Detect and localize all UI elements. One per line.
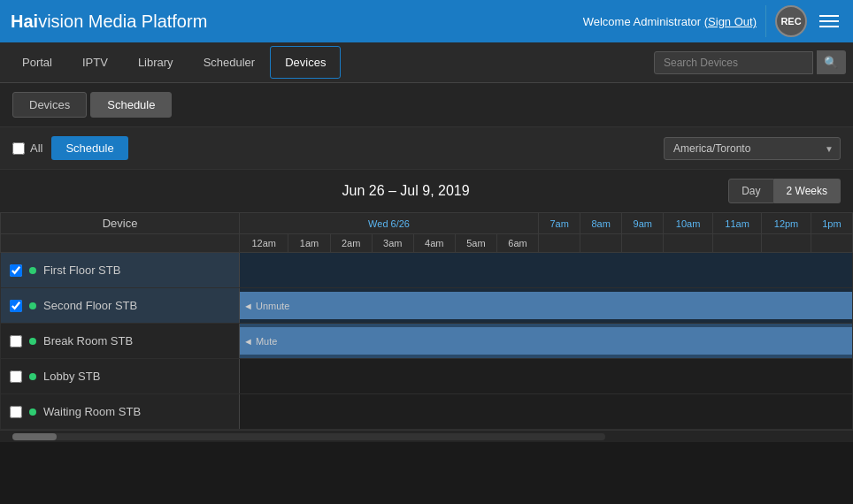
device-cell-waiting-room: Waiting Room STB [1,394,240,430]
col-10am [664,234,712,253]
main-nav: Portal IPTV Library Scheduler Devices 🔍 [0,42,853,83]
scroll-track[interactable] [12,433,605,440]
col-7am [539,234,580,253]
time-cells-second-floor: ◄ Unmute [240,288,853,324]
grid-body: First Floor STB Second Floor STB [1,253,853,430]
header-left: Haivision Media Platform [11,11,207,32]
nav-items: Portal IPTV Library Scheduler Devices [7,46,654,79]
device-checkbox-first-floor[interactable] [10,264,22,277]
view-day-button[interactable]: Day [728,179,773,203]
table-row: Lobby STB [1,359,853,394]
status-dot-waiting-room [29,409,36,416]
col-3am: 3am [372,234,413,253]
table-row: Waiting Room STB [1,394,853,430]
welcome-text: Welcome Administrator (Sign Out) [583,15,757,28]
col-5am: 5am [455,234,496,253]
rec-button[interactable]: REC [775,5,807,37]
nav-item-iptv[interactable]: IPTV [67,46,123,79]
select-all-area: All [12,141,42,155]
device-cell-lobby: Lobby STB [1,359,240,394]
device-name-waiting-room: Waiting Room STB [43,405,141,418]
device-checkbox-second-floor[interactable] [10,300,22,312]
grid-header: Device Wed 6/26 7am 8am 9am 10am 11am 12… [1,213,853,253]
time-11am: 11am [712,213,761,234]
schedule-table: Device Wed 6/26 7am 8am 9am 10am 11am 12… [0,212,853,430]
col-11am [712,234,761,253]
status-dot-second-floor [29,302,36,309]
scroll-thumb[interactable] [12,433,57,440]
col-12am: 12am [240,234,288,253]
device-name-lobby: Lobby STB [43,370,100,383]
col-1am: 1am [288,234,330,253]
time-10am: 10am [664,213,712,234]
view-toggle: Day 2 Weeks [728,179,841,203]
header: Haivision Media Platform Welcome Adminis… [0,0,853,42]
device-col-header: Device [1,213,240,234]
time-cells-waiting-room [240,394,853,430]
event-mute[interactable]: ◄ Mute [240,327,852,355]
timezone-select[interactable]: America/Toronto America/New_York America… [664,137,841,160]
table-row: First Floor STB [1,253,853,288]
device-cell-second-floor: Second Floor STB [1,288,240,324]
time-cells-first-floor [240,253,853,288]
all-label: All [30,141,42,155]
schedule-button[interactable]: Schedule [51,136,127,160]
col-1pm [811,234,852,253]
col-4am: 4am [413,234,455,253]
toolbar: All Schedule America/Toronto America/New… [0,127,853,170]
device-cell-first-floor: First Floor STB [1,253,240,288]
view-2weeks-button[interactable]: 2 Weeks [774,179,841,203]
date-range: Jun 26 – Jul 9, 2019 [83,183,728,199]
device-name-break-room: Break Room STB [43,334,133,347]
device-cell-break-room: Break Room STB [1,324,240,359]
col-2am: 2am [330,234,372,253]
status-dot-lobby [29,373,36,380]
time-1pm: 1pm [811,213,852,234]
nav-item-portal[interactable]: Portal [7,46,67,79]
device-checkbox-break-room[interactable] [10,335,22,347]
time-12pm: 12pm [762,213,811,234]
device-checkbox-waiting-room[interactable] [10,406,22,418]
search-area: 🔍 [654,50,846,74]
horizontal-scrollbar [0,430,853,442]
device-col-subheader [1,234,240,253]
nav-item-devices[interactable]: Devices [270,46,341,79]
header-right: Welcome Administrator (Sign Out) REC [583,5,842,37]
timezone-wrapper: America/Toronto America/New_York America… [664,137,841,160]
device-checkbox-lobby[interactable] [10,370,22,383]
tab-bar: Devices Schedule [0,83,853,127]
event-unmute[interactable]: ◄ Unmute [240,292,852,319]
hamburger-menu[interactable] [816,11,842,31]
select-all-checkbox[interactable] [12,142,25,155]
table-row: Break Room STB ◄ Mute [1,324,853,359]
device-name-second-floor: Second Floor STB [43,299,137,312]
time-cells-break-room: ◄ Mute [240,324,853,359]
content-area: Devices Schedule All Schedule America/To… [0,83,853,442]
time-9am: 9am [622,213,664,234]
tab-devices[interactable]: Devices [12,92,87,118]
time-cells-lobby [240,359,853,394]
date-nav: Jun 26 – Jul 9, 2019 Day 2 Weeks [0,170,853,212]
search-input[interactable] [654,51,813,74]
col-12pm [762,234,811,253]
tab-schedule[interactable]: Schedule [90,92,172,118]
schedule-grid: Device Wed 6/26 7am 8am 9am 10am 11am 12… [0,212,853,430]
device-name-first-floor: First Floor STB [43,263,120,277]
col-9am [622,234,664,253]
status-dot-first-floor [29,267,36,274]
status-dot-break-room [29,338,36,345]
time-7am: 7am [539,213,580,234]
search-button[interactable]: 🔍 [817,50,846,74]
col-6am: 6am [496,234,538,253]
nav-item-scheduler[interactable]: Scheduler [188,46,271,79]
app-logo: Haivision Media Platform [11,11,207,32]
day-label: Wed 6/26 [240,213,539,234]
col-8am [580,234,622,253]
time-8am: 8am [580,213,622,234]
nav-item-library[interactable]: Library [123,46,188,79]
table-row: Second Floor STB ◄ Unmute [1,288,853,324]
